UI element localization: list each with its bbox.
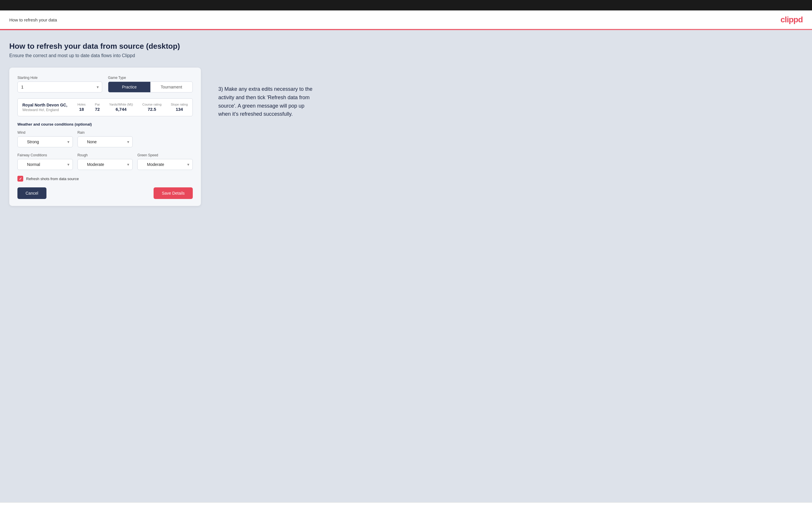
rough-group: Rough ◉ Moderate	[78, 153, 133, 170]
par-label: Par	[95, 103, 100, 106]
course-location: Westward Ho!, England	[22, 108, 67, 112]
save-button[interactable]: Save Details	[154, 187, 193, 199]
fairway-select-wrapper: ◉ Normal	[17, 159, 73, 170]
footer: Copyright Clippd 2022	[0, 502, 812, 507]
wind-label: Wind	[17, 130, 73, 134]
holes-label: Holes	[78, 103, 86, 106]
cancel-button[interactable]: Cancel	[17, 187, 46, 199]
course-rating-label: Course rating	[142, 103, 161, 106]
course-rating-value: 72.5	[148, 107, 156, 112]
fairway-group: Fairway Conditions ◉ Normal	[17, 153, 73, 170]
rough-select[interactable]: Moderate	[78, 159, 133, 170]
form-panel: Starting Hole 1 Game Type Practice Tourn…	[9, 68, 201, 206]
holes-value: 18	[79, 107, 84, 112]
wind-rain-row: Wind ≋ Strong Rain ✦ None	[17, 130, 193, 147]
side-text: 3) Make any extra edits necessary to the…	[218, 68, 317, 118]
rough-label: Rough	[78, 153, 133, 157]
green-speed-group: Green Speed ⊙ Moderate	[137, 153, 193, 170]
course-card-header: Royal North Devon GC, Westward Ho!, Engl…	[22, 103, 188, 112]
yards-value: 6,744	[115, 107, 126, 112]
course-stats: Holes 18 Par 72 Yards/White (M)) 6,744	[78, 103, 188, 112]
header: How to refresh your data clippd	[0, 10, 812, 30]
practice-button[interactable]: Practice	[108, 82, 150, 92]
wind-select[interactable]: Strong	[17, 136, 73, 147]
starting-hole-select[interactable]: 1	[17, 81, 102, 93]
rain-select[interactable]: None	[78, 136, 133, 147]
rain-label: Rain	[78, 130, 133, 134]
slope-rating-stat: Slope rating 134	[171, 103, 188, 112]
main-content: How to refresh your data from source (de…	[0, 30, 812, 502]
content-area: Starting Hole 1 Game Type Practice Tourn…	[9, 68, 803, 206]
fairway-rough-green-row: Fairway Conditions ◉ Normal Rough ◉ Mode…	[17, 153, 193, 170]
refresh-checkbox-label: Refresh shots from data source	[26, 177, 79, 181]
green-speed-select[interactable]: Moderate	[137, 159, 193, 170]
rough-select-wrapper: ◉ Moderate	[78, 159, 133, 170]
starting-hole-select-wrapper: 1	[17, 81, 102, 93]
refresh-checkbox-row: Refresh shots from data source	[17, 176, 193, 181]
rain-group: Rain ✦ None	[78, 130, 133, 147]
par-value: 72	[95, 107, 100, 112]
course-info: Royal North Devon GC, Westward Ho!, Engl…	[22, 103, 67, 112]
slope-rating-label: Slope rating	[171, 103, 188, 106]
page-heading: How to refresh your data from source (de…	[9, 42, 803, 51]
header-title: How to refresh your data	[9, 17, 57, 22]
refresh-checkbox[interactable]	[17, 176, 23, 181]
starting-hole-gametype-row: Starting Hole 1 Game Type Practice Tourn…	[17, 76, 193, 93]
green-speed-label: Green Speed	[137, 153, 193, 157]
spacer-group	[137, 130, 193, 147]
holes-stat: Holes 18	[78, 103, 86, 112]
slope-rating-value: 134	[175, 107, 183, 112]
conditions-title: Weather and course conditions (optional)	[17, 122, 193, 126]
yards-stat: Yards/White (M)) 6,744	[109, 103, 133, 112]
logo: clippd	[781, 15, 803, 24]
starting-hole-group: Starting Hole 1	[17, 76, 102, 93]
tournament-button[interactable]: Tournament	[150, 82, 193, 92]
par-stat: Par 72	[95, 103, 100, 112]
course-card: Royal North Devon GC, Westward Ho!, Engl…	[17, 98, 193, 116]
starting-hole-label: Starting Hole	[17, 76, 102, 80]
course-name: Royal North Devon GC,	[22, 103, 67, 107]
wind-group: Wind ≋ Strong	[17, 130, 73, 147]
button-row: Cancel Save Details	[17, 187, 193, 199]
fairway-select[interactable]: Normal	[17, 159, 73, 170]
page-subheading: Ensure the correct and most up to date d…	[9, 53, 803, 58]
yards-label: Yards/White (M))	[109, 103, 133, 106]
top-bar	[0, 0, 812, 10]
game-type-label: Game Type	[108, 76, 193, 80]
game-type-toggle: Practice Tournament	[108, 81, 193, 93]
rain-select-wrapper: ✦ None	[78, 136, 133, 147]
wind-select-wrapper: ≋ Strong	[17, 136, 73, 147]
game-type-group: Game Type Practice Tournament	[108, 76, 193, 93]
course-rating-stat: Course rating 72.5	[142, 103, 161, 112]
green-speed-select-wrapper: ⊙ Moderate	[137, 159, 193, 170]
fairway-label: Fairway Conditions	[17, 153, 73, 157]
